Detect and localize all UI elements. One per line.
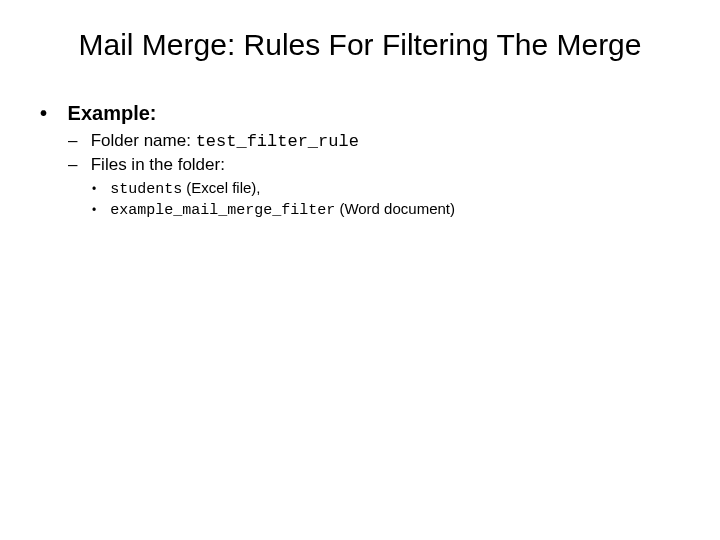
bullet-file1: students (Excel file), — [92, 179, 680, 198]
slide-title: Mail Merge: Rules For Filtering The Merg… — [40, 28, 680, 62]
file2-name: example_mail_merge_filter — [110, 202, 335, 219]
bullet-file2: example_mail_merge_filter (Word document… — [92, 200, 680, 219]
files-label-text: Files in the folder: — [91, 155, 225, 174]
folder-name-label: Folder name: — [91, 131, 196, 150]
bullet-example: Example: — [40, 102, 680, 125]
bullet-example-text: Example: — [68, 102, 157, 124]
file2-desc: (Word document) — [335, 200, 455, 217]
folder-name-value: test_filter_rule — [196, 132, 359, 151]
file1-desc: (Excel file), — [182, 179, 260, 196]
bullet-files-label: Files in the folder: — [68, 155, 680, 175]
bullet-folder-name: Folder name: test_filter_rule — [68, 131, 680, 151]
file1-name: students — [110, 181, 182, 198]
